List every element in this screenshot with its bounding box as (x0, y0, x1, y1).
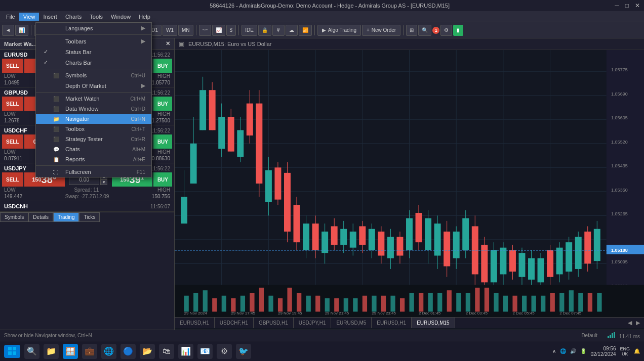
chart-tab-eurusdm15[interactable]: EURUSD,M15 (412, 318, 455, 328)
menu-insert[interactable]: Insert (39, 13, 61, 21)
gbpusd-sell-btn[interactable]: SELL (2, 97, 23, 111)
menu-window[interactable]: Window (107, 13, 135, 21)
tab-trading[interactable]: Trading (53, 212, 79, 222)
taskbar-outlook-icon[interactable]: 📧 (197, 344, 213, 359)
usdjpy-sell-btn[interactable]: SELL (2, 172, 23, 187)
toolbar-dollar-btn[interactable]: $ (226, 25, 236, 36)
taskbar-volume-icon[interactable]: 🔊 (570, 348, 576, 354)
tab-symbols[interactable]: Symbols (0, 212, 28, 222)
taskbar-edge-icon[interactable]: 🌐 (101, 344, 116, 359)
menu-item-toolbox[interactable]: ⬛ Toolbox Ctrl+T (36, 124, 151, 134)
toolbar-lock-btn[interactable]: 🔒 (258, 25, 271, 36)
svg-text:2 Dec 07:45: 2 Dec 07:45 (559, 311, 582, 315)
menu-item-marketwatch[interactable]: ⬛ Market Watch Ctrl+M (36, 94, 151, 104)
menu-item-statusbar[interactable]: ✓ Status Bar (36, 47, 151, 57)
taskbar-files-icon[interactable]: 📁 (44, 344, 59, 359)
gbpusd-name: GBPUSD (4, 89, 28, 96)
toolbar-candlestick-btn[interactable]: 📈 (212, 25, 225, 36)
svg-rect-105 (584, 232, 591, 263)
chartsbar-label: Charts Bar (65, 60, 92, 66)
usdchf-sell-btn[interactable]: SELL (2, 134, 23, 149)
algo-trading-button[interactable]: ▶ Algo Trading (317, 25, 361, 36)
toolbar-chart-btn[interactable]: 📊 (15, 25, 28, 36)
toolbar-settings-btn[interactable]: ⚙ (440, 25, 452, 36)
toolbar-sep-5 (314, 25, 315, 35)
toolbar-line-btn[interactable]: 〰 (199, 25, 211, 36)
taskbar-clock[interactable]: 09:56 02/12/2024 (590, 346, 616, 357)
menu-item-fullscreen[interactable]: ⛶ Fullscreen F11 (36, 167, 151, 177)
svg-rect-47 (312, 223, 319, 250)
chart-canvas[interactable]: 1.05775 1.05690 1.05605 1.05520 1.05435 … (175, 50, 644, 317)
toolbar-status-btn[interactable]: ▮ (453, 25, 463, 36)
toolbar-cloud-btn[interactable]: ☁ (286, 25, 298, 36)
chart-tab-eurusdh1[interactable]: EURUSD,H1 (175, 318, 215, 328)
window-title: 58644126 - AdmiralsGroup-Demo: Demo Acco… (45, 3, 615, 9)
toolbar-layout-btn[interactable]: ⊞ (406, 25, 417, 36)
taskbar-notification-chevron[interactable]: ∧ (552, 348, 556, 354)
tab-ticks[interactable]: Ticks (79, 212, 100, 222)
tab-details[interactable]: Details (28, 212, 53, 222)
eurusd-sell-btn[interactable]: SELL (2, 59, 23, 73)
toolbar-arrow-btn[interactable]: ◄ (2, 25, 14, 36)
new-order-button[interactable]: + New Order (362, 25, 400, 36)
start-button[interactable] (4, 345, 20, 358)
toolbar-search-btn[interactable]: 🔍 (418, 25, 431, 36)
menu-charts[interactable]: Charts (61, 13, 86, 21)
taskbar-lang[interactable]: ENGUK (620, 346, 630, 356)
toolbar-ide-btn[interactable]: IDE (242, 25, 257, 36)
menu-file[interactable]: File (2, 13, 19, 21)
menu-item-reports[interactable]: 📋 Reports Alt+E (36, 154, 151, 164)
menu-help[interactable]: Help (135, 13, 154, 21)
chart-tab-eurusdh1-2[interactable]: EURUSD,H1 (372, 318, 412, 328)
taskbar-chrome-icon[interactable]: 🔵 (120, 344, 136, 359)
market-watch-close[interactable]: ✕ (166, 40, 170, 47)
usdchf-high-val: 0.88630 (152, 156, 170, 161)
tf-w1[interactable]: W1 (163, 25, 177, 36)
usdjpy-lot-down[interactable]: ▼ (100, 179, 107, 185)
menu-item-languages[interactable]: Languages ▶ (36, 23, 151, 33)
taskbar-admiral-icon[interactable]: 📊 (178, 344, 193, 359)
toolbar-mic-btn[interactable]: 🎙 (272, 25, 285, 36)
usdchf-buy-btn[interactable]: BUY (153, 134, 172, 149)
taskbar-store-icon[interactable]: 🛍 (159, 344, 174, 359)
menu-item-navigator[interactable]: 📁 Navigator Ctrl+N (36, 114, 151, 124)
menu-item-symbols[interactable]: ⬛ Symbols Ctrl+U (36, 70, 151, 80)
taskbar-notification-btn[interactable]: 🔔 (634, 348, 640, 354)
menu-item-chats[interactable]: 💬 Chats Alt+M (36, 144, 151, 154)
sep-2 (36, 69, 151, 69)
svg-rect-45 (303, 223, 309, 250)
menu-view[interactable]: View (19, 13, 39, 21)
toolbar-signal-btn[interactable]: 📶 (299, 25, 312, 36)
menu-item-depth[interactable]: Depth Of Market ▶ (36, 80, 151, 91)
taskbar-folder-icon[interactable]: 📂 (140, 344, 155, 359)
taskbar-settings-icon[interactable]: ⚙ (217, 344, 232, 359)
chart-tab-usdchfh1[interactable]: USDCHF,H1 (215, 318, 254, 328)
tab-prev[interactable]: ◀ (626, 320, 634, 326)
tf-mn[interactable]: MN (178, 25, 193, 36)
taskbar-app-icon[interactable]: 🐦 (236, 344, 251, 359)
toolbox-icon: ⬛ (53, 126, 61, 132)
maximize-button[interactable]: □ (625, 2, 629, 9)
taskbar-teams-icon[interactable]: 💼 (82, 344, 97, 359)
svg-rect-65 (396, 237, 403, 256)
taskbar-battery-icon[interactable]: 🔋 (580, 348, 586, 354)
usdjpy-buy-btn[interactable]: BUY (153, 172, 172, 187)
menu-item-toolbars[interactable]: Toolbars ▶ (36, 36, 151, 47)
chart-tab-usdjpyh1[interactable]: USDJPY,H1 (294, 318, 332, 328)
minimize-button[interactable]: ─ (615, 2, 619, 9)
close-button[interactable]: ✕ (635, 2, 640, 9)
taskbar-apps-icon[interactable]: 🪟 (63, 344, 78, 359)
menu-tools[interactable]: Tools (86, 13, 107, 21)
menu-item-strategy[interactable]: ⬛ Strategy Tester Ctrl+R (36, 134, 151, 144)
eurusd-buy-btn[interactable]: BUY (153, 59, 172, 73)
menu-item-chartsbar[interactable]: ✓ Charts Bar (36, 57, 151, 68)
menu-item-datawindow[interactable]: ⬛ Data Window Ctrl+D (36, 104, 151, 114)
chart-tabs: EURUSD,H1 USDCHF,H1 GBPUSD,H1 USDJPY,H1 … (175, 317, 644, 328)
usdchf-name: USDCHF (4, 127, 27, 133)
tab-next[interactable]: ▶ (634, 320, 642, 326)
chart-tab-eurusdm5[interactable]: EURUSD,M5 (331, 318, 372, 328)
taskbar-network-icon[interactable]: 🌐 (560, 348, 566, 354)
gbpusd-buy-btn[interactable]: BUY (153, 97, 172, 111)
chart-tab-gbpusdh1[interactable]: GBPUSD,H1 (254, 318, 294, 328)
taskbar-search-icon[interactable]: 🔍 (24, 344, 39, 359)
